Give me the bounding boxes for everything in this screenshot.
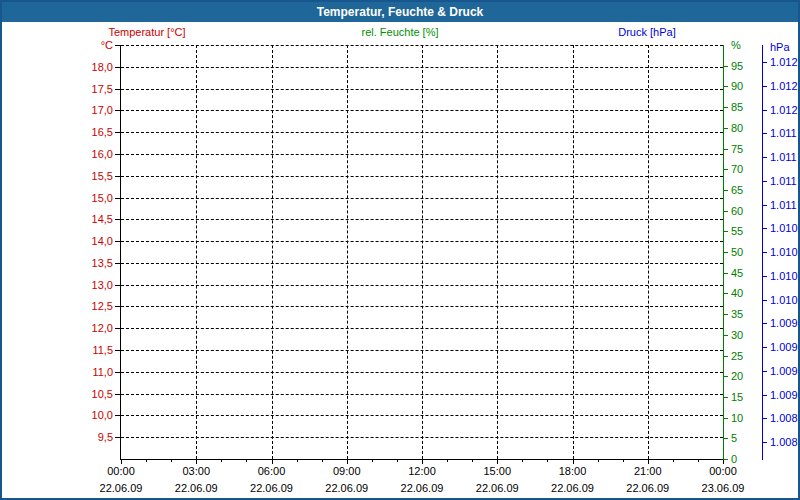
humidity-tick bbox=[723, 438, 728, 439]
pressure-tick-label: 1.011 bbox=[770, 175, 797, 187]
humidity-tick-label: 95 bbox=[731, 60, 743, 72]
x-minor-tick bbox=[673, 459, 674, 462]
humidity-tick bbox=[723, 128, 728, 129]
window-title: Temperatur, Feuchte & Druck bbox=[317, 5, 484, 19]
date-label: 23.06.09 bbox=[688, 482, 758, 494]
temperature-tick bbox=[115, 285, 120, 286]
temperature-tick bbox=[115, 263, 120, 264]
x-minor-tick bbox=[322, 459, 323, 462]
temperature-tick bbox=[115, 241, 120, 242]
pressure-tick-label: 1.010 bbox=[770, 294, 798, 306]
pressure-tick-label: 1.010 bbox=[770, 222, 798, 234]
temperature-tick-label: 10,0 bbox=[57, 409, 113, 421]
pressure-tick bbox=[763, 418, 767, 419]
humidity-tick-label: 40 bbox=[731, 287, 743, 299]
humidity-tick-label: 50 bbox=[731, 246, 743, 258]
time-tick-label: 00:00 bbox=[688, 465, 758, 477]
date-label: 22.06.09 bbox=[237, 482, 307, 494]
x-major-tick bbox=[196, 459, 197, 464]
temperature-axis-header: °C bbox=[57, 39, 113, 51]
humidity-tick bbox=[723, 314, 728, 315]
temperature-tick bbox=[115, 132, 120, 133]
humidity-tick bbox=[723, 397, 728, 398]
x-minor-tick bbox=[246, 459, 247, 462]
pressure-tick bbox=[763, 371, 767, 372]
pressure-tick-label: 1.012 bbox=[770, 104, 798, 116]
x-minor-tick bbox=[547, 459, 548, 462]
humidity-tick-label: 85 bbox=[731, 101, 743, 113]
pressure-tick bbox=[763, 300, 767, 301]
v-gridline bbox=[347, 45, 348, 459]
pressure-axis-header: hPa bbox=[770, 41, 790, 53]
date-label: 22.06.09 bbox=[387, 482, 457, 494]
humidity-tick bbox=[723, 459, 728, 460]
pressure-tick bbox=[763, 395, 767, 396]
time-tick-label: 00:00 bbox=[86, 465, 156, 477]
pressure-tick bbox=[763, 276, 767, 277]
date-label: 22.06.09 bbox=[312, 482, 382, 494]
temperature-tick bbox=[115, 89, 120, 90]
temperature-tick-label: 11,0 bbox=[57, 366, 113, 378]
humidity-tick-label: 10 bbox=[731, 412, 743, 424]
pressure-tick bbox=[763, 62, 767, 63]
pressure-tick bbox=[763, 86, 767, 87]
humidity-tick bbox=[723, 86, 728, 87]
x-minor-tick bbox=[623, 459, 624, 462]
time-tick-label: 09:00 bbox=[312, 465, 382, 477]
time-tick-label: 21:00 bbox=[613, 465, 683, 477]
x-major-tick bbox=[497, 459, 498, 464]
legend-temperature: Temperatur [°C] bbox=[108, 26, 185, 38]
humidity-tick bbox=[723, 418, 728, 419]
date-label: 22.06.09 bbox=[161, 482, 231, 494]
pressure-axis-line: 1.0121.0121.0121.0111.0111.0111.0111.010… bbox=[762, 45, 763, 460]
humidity-tick bbox=[723, 66, 728, 67]
temperature-tick-label: 15,0 bbox=[57, 192, 113, 204]
pressure-tick-label: 1.009 bbox=[770, 341, 798, 353]
temperature-tick bbox=[115, 437, 120, 438]
plot-area: 18,017,517,016,516,015,515,014,514,013,5… bbox=[120, 45, 724, 460]
humidity-tick bbox=[723, 169, 728, 170]
x-major-tick bbox=[272, 459, 273, 464]
temperature-tick bbox=[115, 350, 120, 351]
temperature-tick bbox=[115, 198, 120, 199]
x-minor-tick bbox=[372, 459, 373, 462]
humidity-tick bbox=[723, 252, 728, 253]
v-gridline bbox=[272, 45, 273, 459]
pressure-tick bbox=[763, 181, 767, 182]
pressure-tick-label: 1.009 bbox=[770, 389, 798, 401]
pressure-tick-label: 1.012 bbox=[770, 56, 798, 68]
temperature-tick-label: 14,0 bbox=[57, 235, 113, 247]
time-tick-label: 03:00 bbox=[161, 465, 231, 477]
pressure-tick-label: 1.011 bbox=[770, 199, 797, 211]
humidity-tick-label: 70 bbox=[731, 163, 743, 175]
pressure-tick-label: 1.008 bbox=[770, 412, 798, 424]
humidity-tick bbox=[723, 231, 728, 232]
time-tick-label: 18:00 bbox=[538, 465, 608, 477]
humidity-tick bbox=[723, 293, 728, 294]
x-minor-tick bbox=[397, 459, 398, 462]
x-minor-tick bbox=[146, 459, 147, 462]
humidity-tick bbox=[723, 149, 728, 150]
humidity-tick-label: 65 bbox=[731, 184, 743, 196]
humidity-tick-label: 5 bbox=[731, 432, 737, 444]
humidity-tick-label: 45 bbox=[731, 267, 743, 279]
humidity-tick bbox=[723, 107, 728, 108]
temperature-tick-label: 18,0 bbox=[57, 61, 113, 73]
pressure-tick-label: 1.011 bbox=[770, 151, 797, 163]
temperature-tick-label: 13,0 bbox=[57, 279, 113, 291]
temperature-tick bbox=[115, 45, 120, 46]
temperature-tick bbox=[115, 306, 120, 307]
temperature-tick-label: 17,5 bbox=[57, 83, 113, 95]
temperature-tick-label: 10,5 bbox=[57, 388, 113, 400]
date-label: 22.06.09 bbox=[613, 482, 683, 494]
pressure-tick-label: 1.009 bbox=[770, 365, 798, 377]
pressure-tick bbox=[763, 205, 767, 206]
temperature-tick bbox=[115, 394, 120, 395]
temperature-tick-label: 11,5 bbox=[57, 344, 113, 356]
temperature-tick bbox=[115, 176, 120, 177]
time-tick-label: 15:00 bbox=[462, 465, 532, 477]
pressure-tick-label: 1.012 bbox=[770, 80, 798, 92]
x-minor-tick bbox=[522, 459, 523, 462]
temperature-tick bbox=[115, 372, 120, 373]
time-tick-label: 12:00 bbox=[387, 465, 457, 477]
